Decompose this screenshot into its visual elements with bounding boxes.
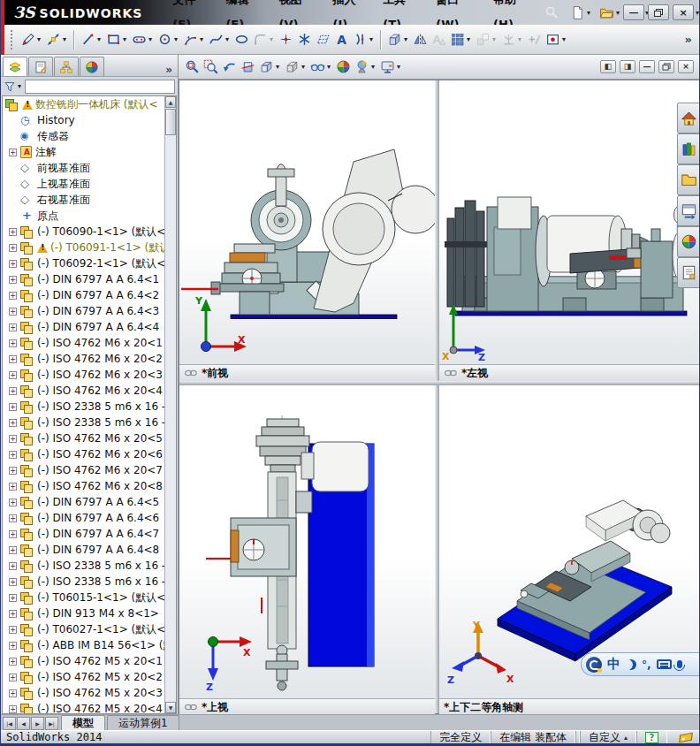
sketch-icon[interactable] [19,29,44,49]
close-button[interactable]: × [673,4,694,20]
expand-toggle[interactable]: + [9,499,17,506]
trim-entities-icon[interactable] [351,29,377,49]
tree-item[interactable]: + (-) ISO 2338 5 m6 x 16 - [3,574,164,590]
dropdown-arrow-icon[interactable] [16,82,23,90]
tree-item[interactable]: + (-) ISO 4762 M5 x 20<2 [3,669,164,685]
tree-item[interactable]: + (-) T06091-1<1> (默认< [3,240,164,255]
viewport-front-canvas[interactable]: Y X [179,80,435,364]
zoom-fit-icon[interactable] [183,57,202,77]
scrollbar-thumb[interactable] [165,109,176,135]
centerpoint-arc-icon[interactable] [181,29,207,49]
expand-toggle[interactable]: + [9,308,17,316]
displaymanager-tab-icon[interactable] [80,57,104,76]
expand-toggle[interactable]: + [9,705,17,713]
dropdown-arrow-icon[interactable] [491,35,498,43]
plus-pencil-icon[interactable] [525,29,544,49]
tree-item[interactable]: + (-) DIN 913 M4 x 8<1> [3,605,164,621]
ime-keyboard-icon[interactable] [657,659,672,669]
tree-item[interactable]: + (-) ISO 4762 M6 x 20<8 [3,478,164,494]
tree-item[interactable]: + (-) ISO 4762 M5 x 20<4 [3,701,164,713]
dropdown-arrow-icon[interactable] [516,35,523,43]
dropdown-arrow-icon[interactable] [402,35,409,43]
dropdown-arrow-icon[interactable] [465,35,472,43]
panel-overflow-button[interactable]: » [165,64,176,76]
expand-toggle[interactable]: + [9,419,17,427]
propertymanager-tab-icon[interactable] [28,57,53,76]
dropdown-arrow-icon[interactable] [694,9,700,17]
expand-toggle[interactable]: + [9,148,17,156]
tree-item[interactable]: + (-) DIN 6797 A A 6.4<3 [3,303,164,319]
expand-toggle[interactable]: + [9,339,17,347]
sketch-fillet-icon[interactable] [251,29,277,49]
tree-item[interactable]: + 上视基准面 [3,176,164,192]
viewport-front[interactable]: Y X *前视 [179,80,435,381]
home-icon[interactable] [677,103,700,133]
tab-nav-button[interactable]: ▶| [45,717,58,730]
dropdown-arrow-icon[interactable] [614,9,621,17]
tree-item[interactable]: + 前视基准面 [3,160,164,176]
tree-item[interactable]: + (-) T06092-1<1> (默认<默 [3,255,164,271]
tab-nav-button[interactable]: ▶ [31,717,44,730]
file-explorer-icon[interactable] [677,164,700,195]
view-settings-icon[interactable] [378,57,404,77]
tree-item[interactable]: + (-) ISO 4762 M5 x 20<1 [3,653,164,669]
tree-item[interactable]: + 原点 [3,208,164,224]
tree-item[interactable]: + (-) ISO 4762 M6 x 20<2 [3,351,164,367]
expand-toggle[interactable]: + [9,260,17,268]
document-tab[interactable]: 模型 [61,715,105,730]
split-left-button[interactable]: ◧ [600,60,616,73]
expand-toggle[interactable]: + [9,244,17,252]
expand-toggle[interactable]: + [9,292,17,300]
toolbar-separator[interactable] [380,30,382,49]
tree-item[interactable]: + (-) DIN 6797 A A 6.4<1 [3,271,164,287]
tab-nav-button[interactable]: ◀ [17,717,30,730]
edit-appearance-icon[interactable] [334,57,353,77]
tree-item[interactable]: + (-) DIN 6797 A A 6.4<8 [3,542,164,558]
display-style-icon[interactable] [283,57,308,77]
tree-item[interactable]: + (-) DIN 6797 A A 6.4<7 [3,526,164,542]
tree-item[interactable]: + 注解 [3,144,164,160]
expand-toggle[interactable]: + [9,689,17,697]
filter-funnel-icon[interactable] [4,80,23,93]
dropdown-arrow-icon[interactable] [369,63,377,71]
smart-dimension-icon[interactable] [44,29,70,49]
tree-item[interactable]: + 右视基准面 [3,192,164,208]
ime-fullwidth-icon[interactable] [626,659,636,670]
custom-status-dropdown[interactable]: 自定义 ▴ [580,731,636,743]
tag-icon[interactable] [679,732,693,742]
expand-toggle[interactable]: + [9,371,17,379]
doc-minimize-button[interactable]: — [639,60,655,73]
viewport-left-canvas[interactable]: X Z [439,80,700,364]
toolbar-drag-handle[interactable] [10,29,14,50]
tree-item[interactable]: + (-) ISO 4762 M6 x 20<5 [3,430,164,446]
linear-pattern-icon[interactable] [448,29,474,49]
tree-item[interactable]: + (-) ISO 4762 M6 x 20<6 [3,446,164,462]
expand-toggle[interactable]: + [9,483,17,491]
dropdown-arrow-icon[interactable] [224,35,231,43]
dropdown-arrow-icon[interactable] [95,35,103,43]
expand-toggle[interactable]: + [9,324,17,331]
tree-root-item[interactable]: 数控铣削一体机床 (默认< [3,96,164,112]
chamfer-icon[interactable] [499,29,525,49]
scroll-up-icon[interactable]: ▲ [165,96,176,108]
hide-show-items-icon[interactable] [308,57,334,77]
dropdown-arrow-icon[interactable] [300,63,307,71]
tab-nav-button[interactable]: |◀ [3,717,16,730]
section-view-icon[interactable] [239,57,257,77]
expand-toggle[interactable]: + [9,451,17,459]
ime-microphone-icon[interactable] [677,660,682,668]
viewport-top[interactable]: X Z *上视 [179,385,435,715]
straight-slot-icon[interactable] [130,29,156,49]
tree-item[interactable]: + (-) DIN 6797 A A 6.4<4 [3,319,164,335]
expand-toggle[interactable]: + [9,674,17,681]
expand-toggle[interactable]: + [9,658,17,666]
apply-scene-icon[interactable] [353,57,378,77]
title-bar[interactable]: ЗS SOLIDWORKS 文件(F)编辑(E)视图(V)插入(I)工具(T)窗… [1,0,700,25]
dropdown-arrow-icon[interactable] [395,63,402,71]
configurationmanager-tab-icon[interactable] [54,57,79,76]
expand-toggle[interactable]: + [9,228,17,236]
tree-item[interactable]: + (-) ISO 2338 5 m6 x 16 - [3,399,164,415]
ellipse-icon[interactable] [232,29,251,49]
ime-logo-icon[interactable] [586,657,602,673]
expand-toggle[interactable]: + [9,403,17,411]
